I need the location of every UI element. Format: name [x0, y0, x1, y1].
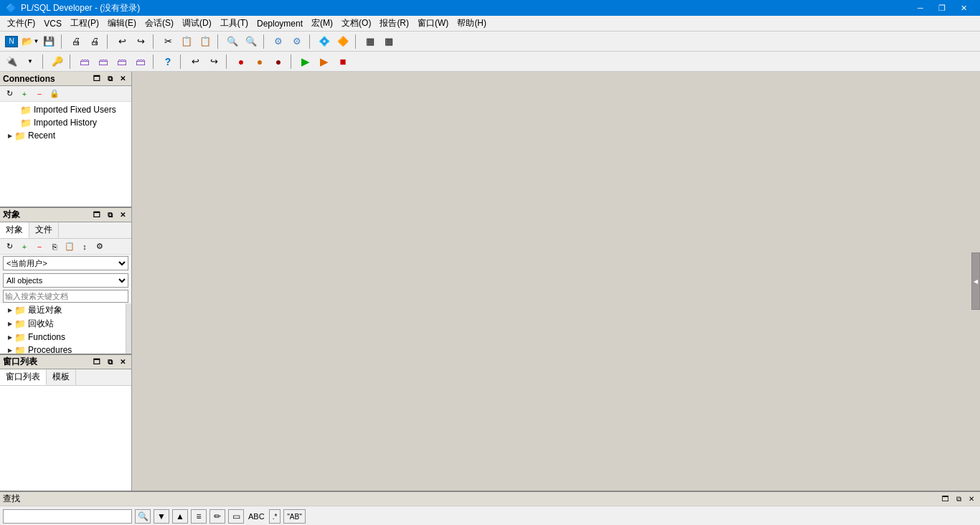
search-pen-btn[interactable]: ✏ — [209, 509, 225, 524]
bottom-pin-icon[interactable]: 🗖 — [940, 493, 951, 505]
rollback-btn[interactable]: 🔶 — [334, 33, 352, 50]
tree-item-imported-history[interactable]: 📁 Imported History — [0, 116, 131, 129]
obj-copy-btn[interactable]: ⎘ — [48, 240, 61, 253]
objects-pin-icon[interactable]: 🗖 — [91, 209, 103, 221]
bottom-close-icon[interactable]: ✕ — [966, 493, 977, 505]
menu-debug[interactable]: 调试(D) — [178, 16, 216, 31]
menu-file[interactable]: 文件(F) — [3, 16, 39, 31]
conn-refresh-btn[interactable]: ↻ — [3, 88, 16, 100]
menu-project[interactable]: 工程(P) — [66, 16, 103, 31]
winlist-pin-icon[interactable]: 🗖 — [91, 356, 103, 368]
tab-template[interactable]: 模板 — [47, 369, 76, 385]
bottom-search-input[interactable] — [3, 509, 132, 524]
stop-btn[interactable]: ■ — [334, 53, 352, 70]
menu-tools[interactable]: 工具(T) — [216, 16, 253, 31]
conn-icon: 🔌 — [6, 56, 17, 67]
obj-add-btn[interactable]: + — [18, 240, 31, 253]
objects-scrollbar[interactable] — [126, 303, 131, 354]
tree-item-imported-fixed-users[interactable]: 📁 Imported Fixed Users — [0, 103, 131, 116]
tab-objects[interactable]: 对象 — [0, 222, 29, 238]
stepover-btn[interactable]: ▶ — [316, 53, 333, 70]
redball2-btn[interactable]: ● — [251, 53, 268, 70]
tree-item-procedures[interactable]: ▶ 📁 Procedures — [0, 344, 126, 354]
search-regex-btn[interactable]: .* — [269, 509, 281, 524]
find-btn[interactable]: 🔍 — [224, 33, 241, 50]
search-up-btn[interactable]: ▲ — [172, 509, 188, 524]
cut-btn[interactable]: ✂ — [159, 33, 176, 50]
object-search-input[interactable] — [3, 290, 128, 303]
redball3-btn[interactable]: ● — [270, 53, 287, 70]
search-filter-btn[interactable]: ≡ — [191, 509, 207, 524]
save-btn[interactable]: 💾 — [40, 33, 57, 50]
run-btn[interactable]: ▶ — [297, 53, 314, 70]
menu-docs[interactable]: 文档(O) — [337, 16, 375, 31]
conn-remove-btn[interactable]: − — [33, 88, 46, 100]
connections-pin-icon[interactable]: 🗖 — [91, 73, 103, 85]
menu-deployment[interactable]: Deployment — [253, 17, 307, 30]
tree-item-functions[interactable]: ▶ 📁 Functions — [0, 331, 126, 344]
obj-paste-btn[interactable]: 📋 — [63, 240, 76, 253]
minimize-button[interactable]: ─ — [910, 0, 931, 16]
menu-report[interactable]: 报告(R) — [375, 16, 413, 31]
col2-btn[interactable]: ▦ — [380, 33, 397, 50]
conn-lock-btn[interactable]: 🔒 — [48, 88, 61, 100]
obj-move-btn[interactable]: ↕ — [78, 240, 91, 253]
obj-remove-btn[interactable]: − — [33, 240, 46, 253]
redball-btn[interactable]: ● — [232, 53, 250, 70]
undo-btn[interactable]: ↩ — [113, 33, 131, 50]
bottom-float-icon[interactable]: ⧉ — [953, 493, 964, 505]
redo-btn[interactable]: ↪ — [132, 33, 149, 50]
db1-btn[interactable]: 🗃 — [76, 53, 93, 70]
search-quoted-btn[interactable]: "AB" — [283, 509, 305, 524]
conn-add-btn[interactable]: + — [18, 88, 31, 100]
db4-btn[interactable]: 🗃 — [132, 53, 149, 70]
menu-help[interactable]: 帮助(H) — [453, 16, 491, 31]
close-button[interactable]: ✕ — [953, 0, 974, 16]
compileall-btn[interactable]: ⚙ — [288, 33, 306, 50]
help-btn[interactable]: ? — [159, 53, 176, 70]
menu-session[interactable]: 会话(S) — [141, 16, 178, 31]
obj-prop-btn[interactable]: ⚙ — [93, 240, 106, 253]
user-dropdown[interactable]: <当前用户> — [3, 256, 128, 270]
findnext-btn[interactable]: 🔍 — [242, 33, 260, 50]
db2-btn[interactable]: 🗃 — [95, 53, 112, 70]
compile-btn[interactable]: ⚙ — [270, 33, 287, 50]
search-down-btn[interactable]: ▼ — [154, 509, 169, 524]
fwd-btn[interactable]: ↪ — [205, 53, 222, 70]
copy-btn[interactable]: 📋 — [178, 33, 195, 50]
paste-btn[interactable]: 📋 — [197, 33, 214, 50]
conn-add-icon: + — [22, 90, 27, 98]
back-btn[interactable]: ↩ — [187, 53, 204, 70]
objects-close-icon[interactable]: ✕ — [117, 209, 128, 221]
commit-btn[interactable]: 💠 — [316, 33, 333, 50]
search-go-btn[interactable]: 🔍 — [135, 509, 151, 524]
menu-window[interactable]: 窗口(W) — [413, 16, 453, 31]
tab-files[interactable]: 文件 — [29, 222, 59, 238]
connections-float-icon[interactable]: ⧉ — [104, 73, 116, 85]
new-btn[interactable]: N — [3, 33, 20, 50]
menu-edit[interactable]: 编辑(E) — [103, 16, 141, 31]
filter-dropdown[interactable]: All objects — [3, 273, 128, 288]
login-btn[interactable]: 🔑 — [49, 53, 66, 70]
objects-float-icon[interactable]: ⧉ — [104, 209, 116, 221]
tree-item-recent[interactable]: ▶ 📁 Recent — [0, 129, 131, 142]
obj-refresh-btn[interactable]: ↻ — [3, 240, 16, 253]
tree-item-recent-objects[interactable]: ▶ 📁 最近对象 — [0, 303, 126, 317]
conn-btn[interactable]: 🔌 — [3, 53, 20, 70]
winlist-close-icon[interactable]: ✕ — [117, 356, 128, 368]
search-replace-btn[interactable]: ▭ — [228, 509, 244, 524]
col1-btn[interactable]: ▦ — [362, 33, 379, 50]
connections-close-icon[interactable]: ✕ — [117, 73, 128, 85]
menu-vcs[interactable]: VCS — [39, 17, 66, 30]
menu-macro[interactable]: 宏(M) — [307, 16, 337, 31]
tab-winlist[interactable]: 窗口列表 — [0, 369, 47, 385]
print2-btn[interactable]: 🖨 — [86, 33, 103, 50]
tree-item-recycle[interactable]: ▶ 📁 回收站 — [0, 317, 126, 331]
conn-arrow-btn[interactable]: ▼ — [22, 53, 39, 70]
restore-button[interactable]: ❐ — [931, 0, 953, 16]
db3-btn[interactable]: 🗃 — [113, 53, 131, 70]
open-dropdown-btn[interactable]: 📂▼ — [22, 33, 39, 50]
winlist-float-icon[interactable]: ⧉ — [104, 356, 116, 368]
right-edge-panel[interactable]: ◀ — [971, 252, 980, 310]
print-btn[interactable]: 🖨 — [67, 33, 85, 50]
